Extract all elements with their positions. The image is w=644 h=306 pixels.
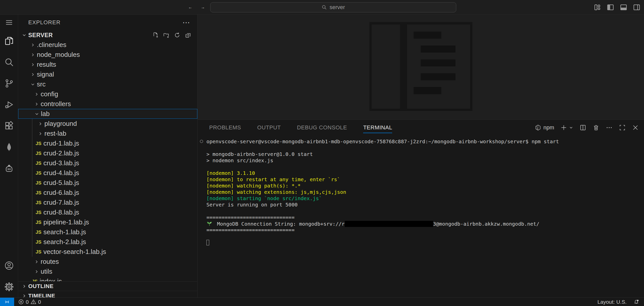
tree-folder-node-modules[interactable]: node_modules [18,50,197,60]
title-bar: ← → server [0,0,644,15]
chevron-down-icon [22,33,27,38]
tree-folder-playground[interactable]: playground [18,119,197,129]
tree-item-label: vector-search-1.lab.js [43,248,106,256]
terminal-profile[interactable]: $ npm [535,124,554,131]
notifications-bell-icon[interactable] [633,299,639,305]
kill-terminal-icon[interactable] [593,124,600,131]
new-folder-icon[interactable] [163,32,170,38]
js-file-icon: JS [36,249,43,255]
tree-item-label: crud-2.lab.js [43,149,79,157]
settings-gear-icon[interactable] [0,276,18,297]
terminal-line-11 [198,208,644,214]
terminal-line-16 [198,240,644,246]
search-view-icon[interactable] [0,52,18,73]
tab-terminal[interactable]: TERMINAL [363,124,392,131]
customize-layout-icon[interactable] [594,4,601,11]
tree-item-label: index.js [40,277,62,281]
maximize-panel-icon[interactable] [619,124,626,131]
search-input[interactable]: server [210,2,456,12]
chevron-right-icon [33,259,40,264]
remote-indicator[interactable] [0,298,14,306]
problems-status[interactable]: 0 0 [18,299,41,305]
chevron-right-icon [37,131,44,136]
toggle-sidebar-icon[interactable] [607,4,614,11]
tree-item-label: crud-8.lab.js [43,208,79,216]
tree-folder-lab[interactable]: lab [18,109,197,119]
js-file-icon: JS [36,151,43,156]
tree-folder-config[interactable]: config [18,89,197,99]
new-file-icon[interactable] [152,32,159,38]
tree-folder--clinerules[interactable]: .clinerules [18,40,197,50]
search-value: server [330,4,345,11]
outline-section[interactable]: OUTLINE [18,281,197,291]
section-server[interactable]: SERVER [18,30,197,40]
tree-file-crud-7-lab-js[interactable]: JScrud-7.lab.js [18,198,197,207]
back-icon[interactable]: ← [186,2,195,12]
keyboard-layout-status[interactable]: Layout: U.S. [597,299,627,305]
refresh-icon[interactable] [174,32,180,38]
more-actions-icon[interactable] [606,124,613,131]
tree-file-pipeline-1-lab-js[interactable]: JSpipeline-1.lab.js [18,217,197,227]
tree-file-search-1-lab-js[interactable]: JSsearch-1.lab.js [18,227,197,237]
tab-problems[interactable]: PROBLEMS [209,124,241,131]
extensions-icon[interactable] [0,115,18,136]
tree-folder-controllers[interactable]: controllers [18,99,197,109]
tree-file-crud-6-lab-js[interactable]: JScrud-6.lab.js [18,188,197,198]
js-file-icon: JS [36,200,43,205]
tree-item-label: signal [37,70,54,78]
tree-folder-signal[interactable]: signal [18,69,197,79]
collapse-all-icon[interactable] [185,32,191,38]
timeline-title: TIMELINE [28,293,55,298]
bottom-panel: PROBLEMSOUTPUTDEBUG CONSOLETERMINAL $ np… [198,120,644,297]
split-terminal-icon[interactable] [579,124,586,131]
chevron-right-icon [30,72,36,77]
explorer-icon[interactable] [0,30,18,52]
source-control-icon[interactable] [0,73,18,94]
tree-file-vector-search-1-lab-js[interactable]: JSvector-search-1.lab.js [18,247,197,257]
js-file-icon: JS [36,141,43,146]
terminal-output[interactable]: openvscode-server@vscode-mongodb-airbnb1… [198,135,644,297]
tree-file-crud-4-lab-js[interactable]: JScrud-4.lab.js [18,168,197,178]
command-decoration-icon[interactable] [200,140,203,143]
close-panel-icon[interactable] [632,124,639,131]
account-icon[interactable] [0,255,18,276]
terminal-line-5: [nodemon] 3.1.10 [198,170,644,176]
views-more-icon[interactable]: ⋯ [182,20,190,25]
tree-item-label: crud-4.lab.js [43,169,79,177]
tree-file-crud-8-lab-js[interactable]: JScrud-8.lab.js [18,207,197,217]
chevron-right-icon [30,52,36,57]
tree-file-crud-3-lab-js[interactable]: JScrud-3.lab.js [18,158,197,168]
svg-text:$: $ [537,127,538,130]
new-terminal-button[interactable] [560,124,573,131]
tree-file-search-2-lab-js[interactable]: JSsearch-2.lab.js [18,237,197,247]
menu-icon[interactable] [0,15,18,30]
tab-debug-console[interactable]: DEBUG CONSOLE [297,124,347,131]
tab-output[interactable]: OUTPUT [257,124,281,131]
tree-folder-routes[interactable]: routes [18,257,197,267]
tree-item-label: search-1.lab.js [43,228,86,236]
toggle-panel-icon[interactable] [620,4,627,11]
tree-item-label: crud-7.lab.js [43,199,79,206]
timeline-section[interactable]: TIMELINE [18,291,197,297]
tree-file-index-js[interactable]: JSindex.js [18,276,197,281]
panel-tabs: PROBLEMSOUTPUTDEBUG CONSOLETERMINAL [209,120,392,135]
tree-folder-src[interactable]: src [18,79,197,89]
js-file-icon: JS [32,279,39,281]
tree-item-label: results [37,61,56,68]
tree-file-crud-5-lab-js[interactable]: JScrud-5.lab.js [18,178,197,188]
run-debug-icon[interactable] [0,94,18,115]
tree-folder-utils[interactable]: utils [18,267,197,276]
tree-folder-results[interactable]: results [18,60,197,69]
tree-folder-rest-lab[interactable]: rest-lab [18,129,197,138]
tree-file-crud-2-lab-js[interactable]: JScrud-2.lab.js [18,148,197,158]
chevron-right-icon [22,293,27,298]
chevron-down-icon[interactable] [569,125,573,130]
robot-assistant-icon[interactable] [0,158,18,179]
toggle-secondary-sidebar-icon[interactable] [633,4,640,11]
tree-file-crud-1-lab-js[interactable]: JScrud-1.lab.js [18,138,197,148]
forward-icon[interactable]: → [198,2,207,12]
terminal-line-15 [198,233,644,240]
chevron-right-icon [22,284,27,289]
mongodb-icon[interactable] [0,136,18,158]
tree-item-label: controllers [41,100,71,108]
